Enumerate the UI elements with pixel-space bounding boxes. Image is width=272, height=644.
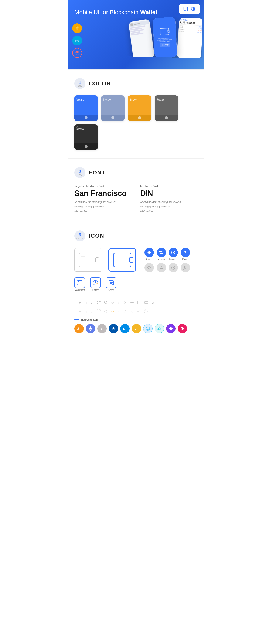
order-label: Order	[108, 289, 114, 291]
swatch-slate: # 8DA0C8	[101, 96, 124, 121]
misc-icons-block: + ⊞ ✓ ☆ <	[78, 297, 154, 314]
color-title: COLOR	[89, 80, 111, 87]
hero-section: Mobile UI for Blockchain Wallet UI Kit P…	[68, 0, 204, 69]
x-icon: ✕	[130, 310, 133, 314]
ui-kit-badge: UI Kit	[179, 4, 200, 14]
btc-icon: ₿	[74, 324, 84, 333]
font-sf-lower: abcdefghijklmnopqrstuvwxyz	[74, 205, 132, 209]
svg-marker-47	[89, 326, 92, 330]
svg-marker-3	[148, 251, 151, 254]
icon-top-row: Assets Exchange Discover	[74, 248, 198, 272]
ltc-icon: Ł	[97, 324, 107, 333]
star-icon: ☆	[111, 301, 114, 305]
history-label: History	[92, 289, 98, 291]
svg-point-57	[182, 328, 183, 329]
swatch-dark: # 303030	[74, 124, 98, 150]
svg-rect-37	[145, 302, 148, 304]
poe-icon	[166, 324, 176, 333]
font-section: 2 TWO FONT Regular · Medium · Bold San F…	[68, 158, 204, 222]
plus-icon: +	[78, 300, 81, 305]
exchange-icon	[156, 248, 166, 257]
font-din-lower: abcdefghijklmnopqrstuvwxyz	[140, 205, 198, 209]
font-sf-upper: ABCDEFGHIJKLMNOPQRSTUVWXYZ	[74, 200, 132, 205]
crypto-icons-row: ₿ Ł D	[74, 324, 198, 333]
waves-icon	[109, 324, 118, 333]
svg-point-35	[131, 302, 132, 303]
sky-icon	[155, 324, 164, 333]
assets-icon-item: Assets	[144, 248, 154, 260]
svg-point-9	[172, 267, 174, 268]
share-icon	[123, 301, 127, 305]
profile-outline-icon	[180, 263, 190, 272]
font-sf: Regular · Medium · Bold San Francisco AB…	[74, 184, 132, 213]
svg-rect-11	[77, 280, 82, 285]
svg-rect-40	[97, 310, 98, 311]
svg-marker-56	[169, 327, 173, 330]
eth-icon	[86, 324, 95, 333]
discover-label: Discover	[169, 258, 178, 260]
icon-section: 3 THREE ICON	[68, 222, 204, 342]
qr-icon	[97, 300, 100, 305]
forward-icon	[137, 310, 140, 314]
exchange-icon-item: Exchange	[156, 248, 166, 260]
history-icon	[90, 277, 101, 288]
font-header: 2 TWO FONT	[74, 167, 198, 178]
blockchain-label: BlockChain Icon	[81, 318, 98, 321]
check-icon-2: ✓	[90, 310, 93, 314]
close-icon: ✕	[152, 301, 154, 305]
management-icon	[74, 277, 85, 288]
plus-icon-2: +	[78, 310, 81, 314]
font-sf-meta: Regular · Medium · Bold	[74, 184, 132, 188]
assets-outline-icon-item	[144, 263, 154, 272]
icon-header: 3 THREE ICON	[74, 230, 198, 242]
swatch-blue: # 3574FA	[74, 96, 98, 121]
svg-rect-27	[97, 301, 98, 302]
check-icon: ✓	[90, 301, 93, 305]
discover-icon-item: Discover	[168, 248, 178, 260]
discover-icon	[168, 248, 178, 257]
profile-icon-item: Profile	[180, 248, 190, 260]
svg-marker-7	[148, 266, 151, 269]
assets-label: Assets	[146, 258, 152, 260]
grid-icon	[143, 324, 152, 333]
grid-icon: ⊞	[84, 301, 87, 305]
wallet-blueprint-icon	[74, 248, 102, 272]
svg-text:₿: ₿	[77, 327, 79, 330]
fonts-grid: Regular · Medium · Bold San Francisco AB…	[74, 184, 198, 213]
chevron-left-icon-2: <	[118, 310, 120, 314]
svg-rect-29	[97, 303, 98, 304]
svg-marker-53	[147, 328, 149, 330]
icon-title: ICON	[89, 232, 104, 239]
misc-icons-row1: + ⊞ ✓ ☆ <	[78, 300, 154, 305]
upload-icon	[137, 300, 141, 305]
color-section: 1 ONE COLOR # 3574FA # 8DA0C8 # F5A623	[68, 70, 204, 158]
svg-point-10	[184, 266, 186, 268]
assets-outline-icon	[144, 263, 154, 272]
font-title: FONT	[89, 170, 106, 176]
svg-point-6	[184, 251, 186, 253]
svg-point-5	[172, 252, 174, 253]
svg-text:D: D	[123, 327, 125, 330]
order-icon-item: Order	[106, 277, 116, 291]
grid-icon-2: ⊞	[84, 310, 87, 314]
color-header: 1 ONE COLOR	[74, 78, 198, 89]
svg-rect-41	[99, 310, 100, 311]
color-section-number: 1 ONE	[74, 78, 86, 89]
font-din-upper: ABCDEFGHIJKLMNOPQRSTUVWXYZ	[140, 200, 198, 205]
dash-icon: D	[120, 324, 130, 333]
profile-icon	[180, 248, 190, 257]
phone-mockups: Characters may be mastered in the great …	[80, 16, 202, 58]
assets-icon	[144, 248, 154, 257]
profile-label: Profile	[182, 258, 188, 260]
svg-text:Z: Z	[135, 327, 136, 330]
swatch-orange: # F5A623	[128, 96, 151, 121]
svg-rect-28	[100, 301, 100, 302]
svg-point-33	[104, 301, 107, 304]
color-swatches: # 3574FA # 8DA0C8 # F5A623 # 666666	[74, 96, 198, 150]
font-din-nums: 1234567890	[140, 209, 198, 213]
svg-point-45	[146, 310, 146, 311]
fun-icon	[178, 324, 187, 333]
font-din-name: DIN	[140, 189, 198, 198]
search-icon	[104, 300, 108, 305]
qr-icon-2	[97, 310, 100, 314]
